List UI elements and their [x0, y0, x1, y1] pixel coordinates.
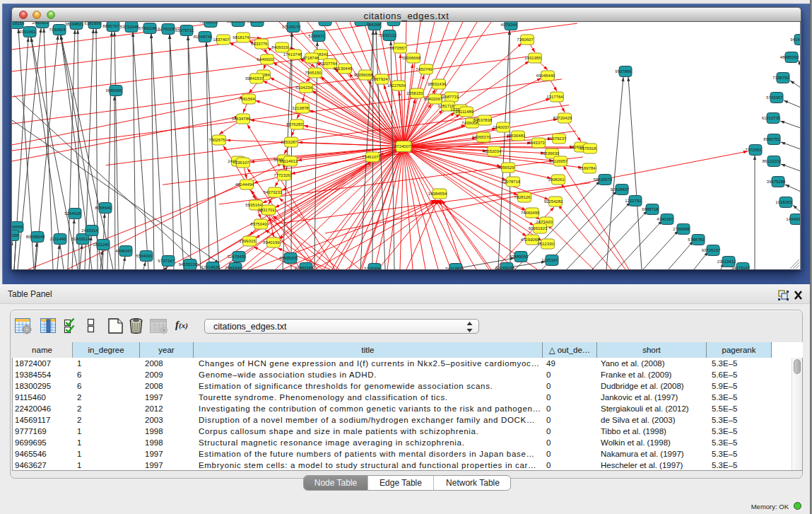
- svg-text:94335326: 94335326: [179, 262, 198, 267]
- svg-text:7828126: 7828126: [514, 195, 531, 199]
- svg-text:39841537: 39841537: [245, 76, 264, 81]
- svg-text:66130445: 66130445: [334, 66, 353, 71]
- svg-text:9907866: 9907866: [615, 69, 632, 74]
- svg-text:6169784: 6169784: [579, 166, 596, 170]
- svg-text:6888718: 6888718: [642, 207, 659, 211]
- svg-text:7002675: 7002675: [208, 138, 225, 142]
- svg-text:3685995: 3685995: [105, 88, 122, 93]
- svg-text:18227654: 18227654: [387, 83, 406, 88]
- svg-text:2258153: 2258153: [406, 91, 423, 95]
- svg-text:82803852: 82803852: [382, 22, 401, 23]
- svg-text:1831240: 1831240: [93, 243, 110, 247]
- svg-text:59306668: 59306668: [402, 56, 421, 60]
- svg-text:1431955: 1431955: [524, 56, 541, 60]
- svg-text:7030824: 7030824: [49, 28, 66, 32]
- svg-text:1434839: 1434839: [786, 217, 800, 221]
- svg-text:36116957: 36116957: [549, 159, 568, 163]
- svg-text:4056529: 4056529: [498, 165, 514, 170]
- svg-text:9414852: 9414852: [790, 37, 800, 42]
- svg-text:7691564: 7691564: [238, 97, 255, 101]
- svg-text:84537838: 84537838: [473, 118, 493, 122]
- svg-text:31590109: 31590109: [227, 22, 246, 23]
- svg-text:67491186: 67491186: [139, 26, 158, 30]
- svg-text:54634786: 54634786: [232, 117, 251, 121]
- svg-text:70536630: 70536630: [541, 151, 560, 156]
- svg-text:1317764: 1317764: [546, 95, 563, 99]
- svg-text:18724007: 18724007: [392, 144, 411, 148]
- svg-text:60961923: 60961923: [529, 226, 548, 230]
- svg-text:34273167: 34273167: [731, 266, 751, 269]
- svg-text:4079244: 4079244: [500, 23, 517, 27]
- svg-text:9159013: 9159013: [247, 22, 264, 23]
- svg-text:23613412: 23613412: [717, 259, 736, 264]
- svg-text:70207764: 70207764: [319, 62, 338, 66]
- svg-text:38194821: 38194821: [65, 22, 84, 26]
- svg-text:58620579: 58620579: [594, 177, 613, 182]
- svg-text:4340187: 4340187: [657, 217, 673, 221]
- svg-text:93726167: 93726167: [702, 248, 721, 252]
- svg-text:3213878: 3213878: [292, 106, 309, 110]
- svg-text:2311440: 2311440: [50, 237, 67, 241]
- svg-text:7546107: 7546107: [362, 155, 379, 159]
- svg-text:40552034: 40552034: [483, 149, 502, 153]
- svg-text:48144494: 48144494: [235, 182, 254, 187]
- svg-text:75632122: 75632122: [378, 33, 397, 37]
- svg-text:9831701: 9831701: [258, 208, 275, 212]
- svg-text:14718746: 14718746: [300, 56, 319, 60]
- svg-text:8865797: 8865797: [102, 24, 119, 28]
- svg-text:5788783: 5788783: [688, 238, 705, 242]
- svg-text:2860913: 2860913: [32, 22, 49, 25]
- svg-text:2067924: 2067924: [371, 77, 388, 81]
- svg-text:69045440: 69045440: [536, 74, 555, 78]
- svg-text:1640037: 1640037: [493, 125, 510, 129]
- svg-text:27483380: 27483380: [295, 266, 314, 269]
- svg-text:65979711: 65979711: [175, 28, 194, 33]
- svg-text:8058649: 8058649: [95, 206, 112, 210]
- svg-text:75630481: 75630481: [507, 134, 526, 138]
- svg-text:32470455: 32470455: [228, 255, 247, 259]
- svg-text:8576283: 8576283: [286, 122, 303, 127]
- svg-text:7338750: 7338750: [772, 76, 789, 80]
- svg-text:1025167: 1025167: [541, 258, 558, 262]
- svg-text:92889093: 92889093: [510, 255, 529, 259]
- svg-text:92254282: 92254282: [544, 199, 563, 204]
- svg-text:8940199: 8940199: [263, 240, 280, 245]
- svg-text:12014620: 12014620: [201, 265, 220, 269]
- svg-text:2253287: 2253287: [281, 140, 298, 144]
- svg-text:7849340: 7849340: [225, 266, 242, 269]
- svg-text:61313735: 61313735: [762, 116, 781, 120]
- svg-text:5935164: 5935164: [245, 203, 262, 207]
- svg-text:8409319: 8409319: [271, 45, 288, 49]
- svg-text:23078716: 23078716: [502, 180, 521, 184]
- svg-text:7772326: 7772326: [273, 173, 290, 177]
- svg-text:8375043: 8375043: [250, 222, 267, 226]
- svg-text:4268656: 4268656: [12, 225, 23, 229]
- svg-text:1399315: 1399315: [239, 239, 256, 243]
- svg-text:6181909: 6181909: [84, 22, 101, 25]
- svg-text:9818174: 9818174: [233, 35, 249, 40]
- svg-text:24365370: 24365370: [472, 135, 491, 139]
- svg-text:92828807: 92828807: [611, 187, 630, 192]
- svg-text:2419314: 2419314: [81, 228, 98, 233]
- svg-text:7360607: 7360607: [517, 37, 534, 42]
- svg-text:5104234: 5104234: [295, 86, 312, 90]
- svg-text:5743957: 5743957: [766, 95, 783, 100]
- svg-text:86122202: 86122202: [763, 159, 782, 163]
- svg-text:8990751: 8990751: [763, 137, 780, 141]
- svg-text:7512330: 7512330: [537, 242, 554, 246]
- svg-text:51979237: 51979237: [548, 136, 567, 141]
- svg-text:40435205: 40435205: [279, 256, 298, 260]
- svg-text:38831436: 38831436: [428, 82, 447, 86]
- svg-text:96111489: 96111489: [455, 110, 473, 114]
- svg-text:9737167: 9737167: [158, 259, 175, 263]
- svg-text:11687731: 11687731: [440, 95, 459, 99]
- svg-text:82720429: 82720429: [553, 116, 572, 120]
- svg-text:39975288: 39975288: [767, 180, 786, 184]
- svg-text:6515058: 6515058: [12, 233, 19, 238]
- svg-text:6276018: 6276018: [158, 27, 175, 31]
- svg-text:80658948: 80658948: [26, 235, 45, 239]
- svg-text:8343373: 8343373: [528, 141, 545, 145]
- svg-text:95356068: 95356068: [354, 73, 373, 77]
- svg-text:36114913: 36114913: [279, 159, 298, 163]
- svg-text:7565150: 7565150: [305, 71, 322, 75]
